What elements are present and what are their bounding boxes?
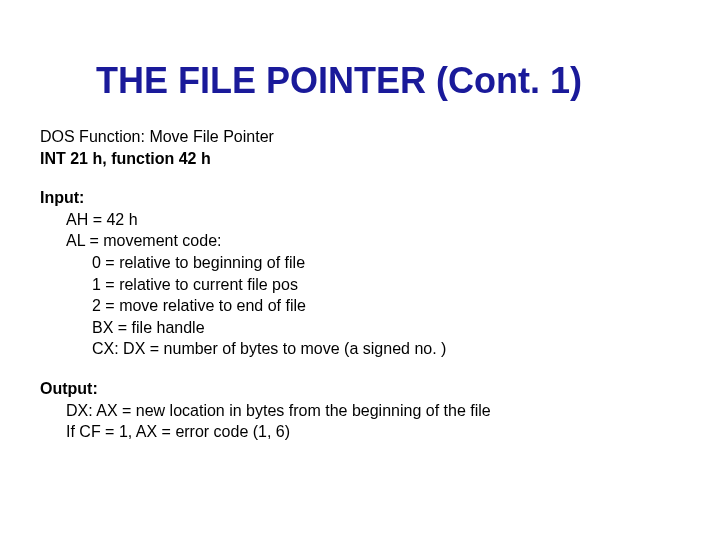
input-al-1-line: 1 = relative to current file pos [40, 274, 680, 296]
output-label: Output: [40, 378, 680, 400]
input-al-0-line: 0 = relative to beginning of file [40, 252, 680, 274]
input-bx-line: BX = file handle [40, 317, 680, 339]
input-al-line: AL = movement code: [40, 230, 680, 252]
input-al-2-line: 2 = move relative to end of file [40, 295, 680, 317]
page-title: THE FILE POINTER (Cont. 1) [40, 60, 680, 102]
output-cf-line: If CF = 1, AX = error code (1, 6) [40, 421, 680, 443]
slide-container: THE FILE POINTER (Cont. 1) DOS Function:… [0, 0, 720, 483]
output-dxax-line: DX: AX = new location in bytes from the … [40, 400, 680, 422]
input-cxdx-line: CX: DX = number of bytes to move (a sign… [40, 338, 680, 360]
interrupt-line: INT 21 h, function 42 h [40, 148, 680, 170]
body-content: DOS Function: Move File Pointer INT 21 h… [40, 126, 680, 443]
dos-function-line: DOS Function: Move File Pointer [40, 126, 680, 148]
input-label: Input: [40, 187, 680, 209]
input-ah-line: AH = 42 h [40, 209, 680, 231]
